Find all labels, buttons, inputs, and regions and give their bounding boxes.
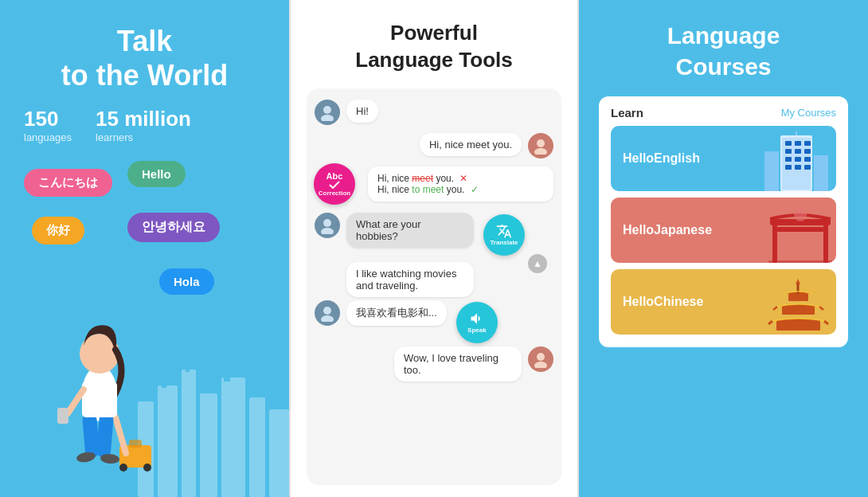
svg-point-55	[794, 209, 807, 221]
svg-rect-36	[785, 141, 792, 146]
correction-abc: Abc	[326, 171, 343, 181]
svg-rect-54	[776, 227, 824, 232]
avatar-female-2	[528, 346, 553, 372]
svg-rect-21	[82, 382, 117, 417]
chinese-pagoda-icon	[764, 275, 832, 335]
chat-msg-nice-meet: Hi, nice meet you.	[315, 133, 553, 158]
svg-rect-39	[785, 149, 792, 154]
svg-point-24	[323, 106, 331, 114]
avatar-male-3	[315, 300, 340, 326]
course-card-chinese[interactable]: HelloChinese	[611, 269, 836, 335]
svg-rect-11	[129, 440, 142, 448]
svg-point-33	[534, 362, 547, 368]
stat-number-languages: 150	[24, 107, 72, 131]
stat-languages: 150 languages	[24, 107, 72, 143]
panel-language-tools: Powerful Language Tools Hi! Hi, nice mee…	[289, 0, 579, 497]
msg-bubble-chinese: 我喜欢看电影和...	[346, 300, 447, 326]
course-name-chinese: HelloChinese	[623, 295, 703, 309]
chinese-illustration	[764, 271, 832, 335]
learn-card: Learn My Courses HelloEnglish	[599, 96, 848, 347]
svg-rect-44	[804, 157, 811, 162]
learn-label: Learn	[611, 106, 643, 119]
cross-icon: ✕	[459, 173, 467, 184]
course-card-english[interactable]: HelloEnglish	[611, 126, 836, 191]
japanese-illustration	[768, 199, 832, 263]
title-line2: to the World	[61, 59, 228, 92]
stat-label-learners: learners	[96, 131, 191, 143]
course-card-japanese[interactable]: HelloJapanese	[611, 198, 836, 263]
chat-msg-traveling: Wow, I love traveling too.	[315, 346, 553, 382]
stat-learners: 15 million learners	[96, 107, 191, 143]
bubble-japanese: こんにちは	[24, 169, 112, 197]
bubble-english: Hello	[127, 161, 186, 187]
svg-rect-37	[795, 141, 801, 146]
check-icon: ✓	[471, 184, 479, 195]
correction-badge: Abc Correction	[314, 163, 355, 205]
panel2-title-line1: Powerful	[390, 21, 478, 45]
svg-rect-47	[804, 165, 811, 170]
avatar-male-1	[315, 100, 340, 125]
course-name-english: HelloEnglish	[623, 151, 700, 166]
translate-badge: Translate	[483, 214, 525, 256]
strikethrough-text: meet	[412, 173, 433, 184]
svg-point-27	[534, 148, 547, 155]
english-building-icon	[760, 131, 832, 191]
svg-rect-43	[795, 157, 801, 162]
svg-point-12	[119, 464, 127, 472]
svg-line-22	[68, 389, 84, 413]
english-illustration	[760, 127, 832, 191]
checkmark-icon	[329, 181, 340, 189]
svg-point-30	[323, 307, 331, 315]
svg-point-25	[321, 115, 334, 121]
svg-rect-23	[57, 408, 68, 424]
svg-rect-50	[814, 155, 828, 191]
svg-rect-57	[776, 321, 820, 331]
correction-label: Correction	[319, 190, 350, 197]
speak-badge: Speak	[456, 302, 498, 343]
speak-icon	[469, 311, 485, 327]
scroll-up-button[interactable]: ▲	[528, 254, 547, 273]
walking-figure-icon	[40, 290, 167, 497]
correction-bubble: Hi, nice meet you. ✕ Hi, nice to meet yo…	[368, 166, 553, 202]
svg-rect-56	[768, 260, 832, 263]
panel2-title: Powerful Language Tools	[355, 20, 512, 74]
msg-bubble-movies: I like watching movies and traveling.	[346, 262, 474, 297]
translate-icon	[496, 223, 512, 239]
course-name-japanese: HelloJapanese	[623, 223, 712, 237]
correction-area: Abc Correction Hi, nice meet you. ✕ Hi, …	[342, 166, 553, 202]
panel2-title-line2: Language Tools	[355, 48, 512, 72]
correction-line2: Hi, nice to meet you. ✓	[377, 184, 544, 195]
title-line1: Talk	[117, 25, 172, 57]
panel1-title: Talk to the World	[24, 24, 265, 92]
svg-rect-49	[764, 151, 779, 191]
chat-msg-movies-row: I like watching movies and traveling. ▲	[315, 262, 553, 297]
correction-line1: Hi, nice meet you. ✕	[377, 173, 544, 184]
learn-header: Learn My Courses	[611, 106, 836, 119]
panel3-title: Language Courses	[599, 20, 848, 82]
panel3-title-line2: Courses	[675, 53, 771, 80]
svg-rect-46	[795, 165, 801, 170]
chat-msg-hobbies-row: What are your hobbies? Translate	[315, 213, 553, 256]
corrected-text: to meet	[412, 184, 444, 195]
msg-bubble-nice-meet: Hi, nice meet you.	[420, 133, 522, 156]
svg-rect-40	[795, 149, 801, 154]
svg-point-28	[323, 219, 331, 227]
chat-msg-chinese-row: 我喜欢看电影和... Speak	[315, 300, 553, 343]
my-courses-link[interactable]: My Courses	[781, 107, 836, 119]
panel3-title-line1: Language	[667, 22, 780, 49]
greeting-bubbles: こんにちは Hello 你好 안녕하세요 Hola	[24, 161, 265, 497]
svg-point-13	[143, 464, 151, 472]
svg-marker-61	[796, 279, 800, 284]
svg-rect-42	[785, 157, 792, 162]
chat-msg-hi-sent: Hi!	[315, 100, 553, 125]
avatar-female-1	[528, 133, 553, 158]
msg-bubble-hi: Hi!	[346, 100, 378, 123]
chat-msg-hobbies: What are your hobbies?	[315, 213, 474, 248]
msg-bubble-traveling: Wow, I love traveling too.	[394, 346, 522, 382]
panel-language-courses: Language Courses Learn My Courses HelloE…	[579, 0, 868, 497]
stats-row: 150 languages 15 million learners	[24, 107, 265, 143]
svg-rect-45	[785, 165, 792, 170]
msg-bubble-hobbies: What are your hobbies?	[346, 213, 474, 248]
svg-point-32	[537, 353, 545, 361]
svg-rect-6	[269, 409, 289, 497]
